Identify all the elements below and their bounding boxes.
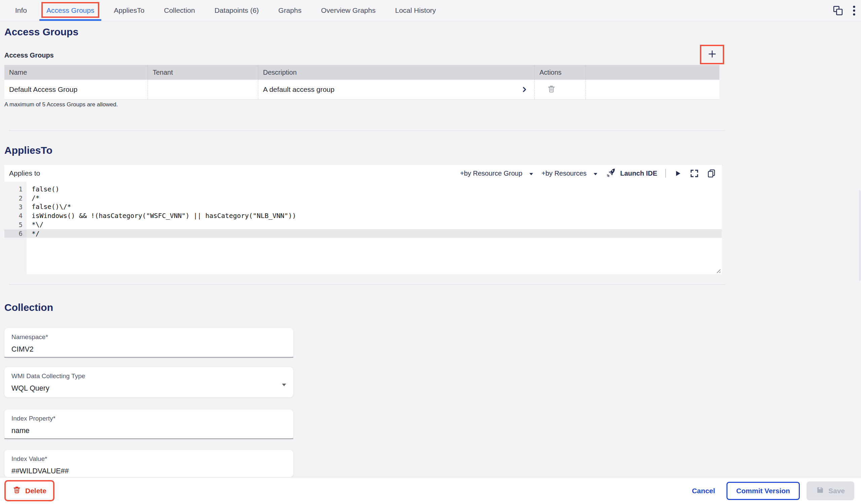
tab-graphs[interactable]: Graphs	[269, 0, 312, 21]
tab-label: Local History	[395, 6, 436, 14]
access-groups-heading: Access Groups	[4, 26, 78, 38]
column-header-tenant: Tenant	[148, 65, 258, 80]
table-row[interactable]: Default Access Group A default access gr…	[4, 80, 720, 99]
run-appliesto-icon[interactable]	[674, 169, 682, 177]
caret-down-icon[interactable]	[282, 382, 287, 388]
description-text: A default access group	[263, 85, 334, 94]
chevron-right-icon[interactable]	[521, 86, 528, 93]
column-header-empty	[586, 65, 720, 80]
tab-label: Graphs	[278, 6, 302, 14]
tab-appliesto[interactable]: AppliesTo	[104, 0, 154, 21]
plus-icon	[707, 49, 718, 60]
editor-lines: 1false() 2/* 3false()\/* 4isWindows() &&…	[4, 185, 722, 238]
code-line[interactable]: 2/*	[4, 193, 722, 202]
save-button[interactable]: Save	[807, 481, 854, 500]
code-text: */	[27, 230, 39, 237]
cell-actions	[534, 80, 586, 99]
appliesto-panel: Applies to +by Resource Group +by Resour…	[4, 165, 722, 274]
column-header-name: Name	[4, 65, 148, 80]
by-resources-button[interactable]: +by Resources	[542, 169, 598, 177]
delete-button[interactable]: Delete	[6, 481, 53, 500]
delete-label: Delete	[25, 487, 46, 495]
launch-ide-button[interactable]: Launch IDE	[606, 167, 657, 179]
field-index-value[interactable]: Index Value* ##WILDVALUE##	[4, 450, 293, 477]
add-access-group-button[interactable]	[707, 49, 718, 60]
line-number: 3	[4, 203, 27, 210]
kebab-menu-icon[interactable]	[852, 5, 856, 16]
field-namespace[interactable]: Namespace* CIMV2	[4, 328, 293, 358]
tab-label: Access Groups	[46, 6, 94, 14]
field-label: WMI Data Collecting Type	[11, 372, 293, 380]
field-label: Index Value*	[11, 455, 293, 463]
field-label: Namespace*	[11, 333, 293, 341]
save-label: Save	[829, 487, 845, 495]
appliesto-panel-header: Applies to +by Resource Group +by Resour…	[4, 165, 722, 182]
code-line[interactable]: 3false()\/*	[4, 203, 722, 211]
section-divider	[9, 284, 725, 285]
commit-version-button[interactable]: Commit Version	[726, 482, 800, 500]
tab-info[interactable]: Info	[5, 0, 37, 21]
line-number: 4	[4, 212, 27, 219]
code-line[interactable]: 4isWindows() && !(hasCategory("WSFC_VNN"…	[4, 211, 722, 220]
rocket-icon	[606, 167, 616, 179]
field-value: CIMV2	[11, 345, 293, 354]
field-value: WQL Query	[11, 384, 293, 393]
by-resource-group-button[interactable]: +by Resource Group	[460, 169, 533, 177]
line-number: 5	[4, 221, 27, 229]
column-header-actions: Actions	[534, 65, 586, 80]
tab-label: Overview Graphs	[321, 6, 375, 14]
footer-right-actions: Cancel Commit Version Save	[692, 481, 854, 500]
cell-description: A default access group	[258, 80, 534, 99]
code-line[interactable]: 1false()	[4, 185, 722, 193]
applies-to-label: Applies to	[9, 169, 40, 177]
collection-heading: Collection	[4, 302, 53, 313]
trash-icon	[547, 84, 556, 95]
code-line-active[interactable]: 6*/	[4, 229, 722, 238]
field-index-property[interactable]: Index Property* name	[4, 409, 293, 439]
window-actions	[833, 0, 856, 21]
launch-ide-label: Launch IDE	[620, 169, 657, 177]
tab-datapoints[interactable]: Datapoints (6)	[205, 0, 269, 21]
field-value: name	[11, 427, 293, 435]
access-groups-label: Access Groups	[4, 52, 54, 59]
access-groups-table: Name Tenant Description Actions Default …	[4, 65, 720, 99]
fullscreen-icon[interactable]	[690, 169, 699, 178]
field-wmi-data-collecting-type[interactable]: WMI Data Collecting Type WQL Query	[4, 367, 293, 397]
code-text: /*	[27, 194, 39, 202]
copy-code-icon[interactable]	[707, 169, 716, 178]
annotation-highlight-add	[700, 45, 724, 64]
toolbar-divider	[665, 169, 666, 178]
cell-empty	[586, 80, 720, 99]
code-text: isWindows() && !(hasCategory("WSFC_VNN")…	[27, 212, 296, 220]
tab-local-history[interactable]: Local History	[385, 0, 446, 21]
appliesto-code-editor[interactable]: 1false() 2/* 3false()\/* 4isWindows() &&…	[4, 182, 722, 274]
tab-bar: Info Access Groups AppliesTo Collection …	[0, 0, 861, 21]
max-groups-note: A maximum of 5 Access Groups are allowed…	[4, 101, 118, 108]
save-icon	[816, 486, 824, 496]
clone-icon[interactable]	[833, 5, 843, 16]
appliesto-toolbar: +by Resource Group +by Resources Launch …	[460, 167, 716, 179]
caret-down-icon	[529, 169, 533, 177]
line-number: 1	[4, 186, 27, 193]
tab-label: Info	[15, 6, 27, 14]
code-text: false()	[27, 186, 59, 193]
tab-label: Datapoints (6)	[215, 6, 259, 14]
scrollbar[interactable]	[859, 190, 861, 281]
code-text: false()\/*	[27, 203, 71, 210]
column-header-description: Description	[258, 65, 534, 80]
tab-overview-graphs[interactable]: Overview Graphs	[311, 0, 385, 21]
delete-row-button[interactable]	[547, 84, 556, 95]
tab-label: AppliesTo	[114, 6, 144, 14]
section-divider	[9, 131, 725, 131]
cancel-button[interactable]: Cancel	[692, 487, 715, 495]
caret-down-icon	[593, 169, 598, 177]
footer-action-bar: Delete Cancel Commit Version Save	[0, 477, 861, 504]
code-line[interactable]: 5*\/	[4, 220, 722, 229]
tab-collection[interactable]: Collection	[154, 0, 204, 21]
table-header-row: Name Tenant Description Actions	[4, 65, 720, 80]
resize-handle[interactable]	[715, 268, 721, 273]
cell-tenant	[148, 80, 258, 99]
active-tab-underline	[39, 19, 101, 21]
tab-access-groups[interactable]: Access Groups	[37, 0, 104, 21]
appliesto-heading: AppliesTo	[4, 145, 53, 156]
